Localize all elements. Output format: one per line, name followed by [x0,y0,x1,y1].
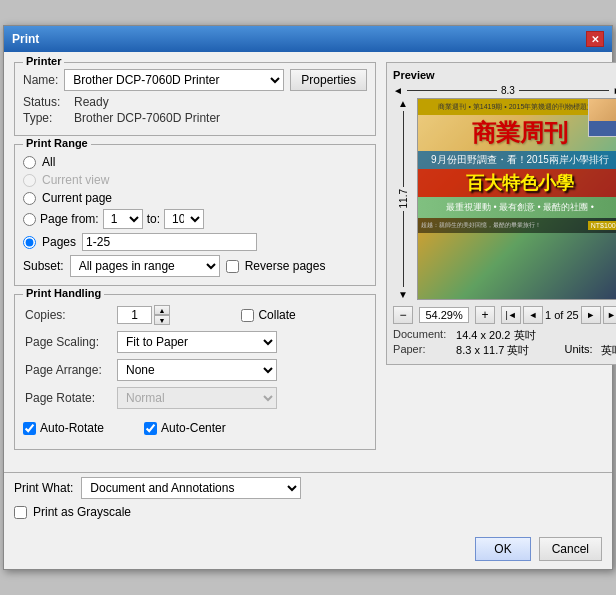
copies-input[interactable]: 1 [117,306,152,324]
ruler-vert-line-top [403,111,404,187]
page-from-select[interactable]: 1 [103,209,143,229]
magazine-subtitle: 百大特色小學 [418,169,616,197]
copies-label: Copies: [25,303,115,327]
current-view-radio[interactable] [23,174,36,187]
magazine-sub-header: 9月份田野調查・看！2015兩岸小學排行 [418,151,616,169]
spin-up-button[interactable]: ▲ [154,305,170,315]
page-scaling-select[interactable]: Fit to PaperNoneActual SizeShrink to Pri… [117,331,277,353]
units-label: Units: [565,343,593,358]
title-bar: Print ✕ [4,26,612,52]
all-radio[interactable] [23,156,36,169]
page-rotate-select[interactable]: Normal90 CW90 CCW180 [117,387,277,409]
pages-radio[interactable] [23,236,36,249]
close-button[interactable]: ✕ [586,31,604,47]
subset-row: Subset: All pages in rangeOdd pages only… [23,255,367,277]
magazine-bottom: 超越：親師生的美好回憶，最酷的畢業旅行！ NT$100 [418,218,616,233]
ok-cancel-row: OK Cancel [4,537,612,569]
printer-status-row: Status: Ready [23,95,367,109]
radio-group: All Current view Current page Page from: [23,151,367,251]
type-label: Type: [23,111,68,125]
zoom-out-button[interactable]: − [393,306,413,324]
page-scaling-row: Page Scaling: Fit to PaperNoneActual Siz… [25,329,365,355]
spin-down-button[interactable]: ▼ [154,315,170,325]
printer-group-label: Printer [23,55,64,67]
current-page-radio[interactable] [23,192,36,205]
collate-checkbox[interactable] [241,309,254,322]
zoom-in-button[interactable]: + [475,306,495,324]
preview-box: Preview ◄ 8.3 ► ▲ 11.7 [386,62,616,365]
page-from-radio-row: Page from: 1 to: 100 [23,209,367,229]
current-view-radio-row: Current view [23,173,367,187]
current-view-label: Current view [42,173,109,187]
ruler-top: ◄ 8.3 ► [393,85,616,96]
units-value: 英吋 [601,343,616,358]
preview-main: ▲ 11.7 ▼ 商業週刊 • 第1419期 • 2015年第幾週的刊物標題文字 [393,98,616,300]
handling-table: Copies: 1 ▲ ▼ [23,301,367,413]
auto-center-checkbox[interactable] [144,422,157,435]
pages-radio-label: Pages [42,235,76,249]
nav-prev-button[interactable]: ◄ [523,306,543,324]
page-arrange-row: Page Arrange: None2-up4-up [25,357,365,383]
current-page-label: Current page [42,191,112,205]
auto-rotate-label: Auto-Rotate [40,421,104,435]
zoom-bar: − 54.29% + |◄ ◄ 1 of 25 ► ►| [393,306,616,324]
print-range-group: Print Range All Current view Current pag… [14,144,376,286]
auto-rotate-checkbox[interactable] [23,422,36,435]
magazine-header-text: 商業週刊 • 第1419期 • 2015年第幾週的刊物標題文字 [438,103,601,110]
grayscale-checkbox[interactable] [14,506,27,519]
ruler-width-value: 8.3 [501,85,515,96]
grayscale-label: Print as Grayscale [33,505,131,519]
page-arrange-select[interactable]: None2-up4-up [117,359,277,381]
ruler-bottom-arrow: ▼ [398,289,408,300]
page-rotate-label: Page Rotate: [25,385,115,411]
reverse-pages-checkbox[interactable] [226,260,239,273]
main-content: Printer Name: Brother DCP-7060D Printer … [4,52,612,468]
print-what-select[interactable]: Document and AnnotationsDocument OnlyAnn… [81,477,301,499]
auto-center-item: Auto-Center [144,421,226,435]
nav-last-button[interactable]: ►| [603,306,616,324]
print-what-row: Print What: Document and AnnotationsDocu… [14,477,602,499]
page-scaling-label: Page Scaling: [25,329,115,355]
page-of: 1 of 25 [545,309,579,321]
print-range-label: Print Range [23,137,91,149]
printer-name-select[interactable]: Brother DCP-7060D Printer [64,69,284,91]
paper-label: Paper: [393,343,448,358]
status-label: Status: [23,95,68,109]
ruler-line-left [407,90,497,91]
ruler-height-value: 11.7 [398,189,409,208]
pages-input[interactable]: 1-25 [82,233,257,251]
nav-first-button[interactable]: |◄ [501,306,521,324]
copies-row: Copies: 1 ▲ ▼ [25,303,365,327]
paper-value: 8.3 x 11.7 英吋 [456,343,529,358]
page-from-radio[interactable] [23,213,36,226]
page-rotate-row: Page Rotate: Normal90 CW90 CCW180 [25,385,365,411]
nav-next-button[interactable]: ► [581,306,601,324]
to-label: to: [147,212,160,226]
ruler-line-right [519,90,609,91]
preview-label: Preview [393,69,616,81]
current-page-radio-row: Current page [23,191,367,205]
print-what-label: Print What: [14,481,73,495]
document-info-row: Document: 14.4 x 20.2 英吋 [393,328,616,343]
page-from-label: Page from: [40,212,99,226]
ruler-vert-line-bottom [403,211,404,287]
magazine-header: 商業週刊 • 第1419期 • 2015年第幾週的刊物標題文字 [418,99,616,115]
nav-bar: |◄ ◄ 1 of 25 ► ►| [501,306,616,324]
cancel-button[interactable]: Cancel [539,537,602,561]
preview-panel: Preview ◄ 8.3 ► ▲ 11.7 [386,62,616,458]
print-handling-group: Print Handling Copies: 1 ▲ ▼ [14,294,376,450]
bottom-section: Print What: Document and AnnotationsDocu… [4,477,612,529]
auto-center-label: Auto-Center [161,421,226,435]
person-body [589,121,616,136]
ruler-left-container: ▲ 11.7 ▼ [393,98,413,300]
all-radio-label: All [42,155,55,169]
to-select[interactable]: 100 [164,209,204,229]
subset-select[interactable]: All pages in rangeOdd pages onlyEven pag… [70,255,220,277]
collate-label: Collate [258,308,295,322]
pages-radio-row: Pages 1-25 [23,233,367,251]
properties-button[interactable]: Properties [290,69,367,91]
paper-info-row: Paper: 8.3 x 11.7 英吋 Units: 英吋 [393,343,616,358]
person-image [588,99,616,137]
ruler-left-arrow: ◄ [393,85,403,96]
ok-button[interactable]: OK [475,537,530,561]
